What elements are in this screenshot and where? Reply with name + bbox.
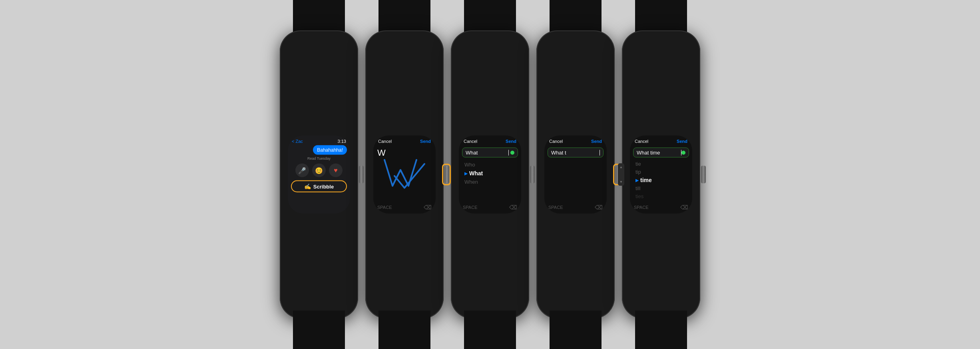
suggestion-time[interactable]: ▶ time: [635, 176, 687, 184]
green-indicator-5: [681, 150, 685, 154]
watch-2: Cancel Send W SPACE ⌫: [365, 30, 444, 319]
crown-2[interactable]: [444, 166, 449, 183]
suggestion-who[interactable]: Who: [464, 161, 516, 168]
send-button-4[interactable]: Send: [591, 139, 602, 144]
watches-container: < Zac 3:13 Bahahahha! Read Tuesday 🎤 😊: [280, 30, 700, 319]
watch-body-1: < Zac 3:13 Bahahahha! Read Tuesday 🎤 😊: [280, 30, 358, 319]
band-bottom-4: [550, 311, 602, 349]
suggestion-ties[interactable]: ties: [635, 193, 687, 200]
space-button-3[interactable]: SPACE: [463, 205, 477, 210]
watch-body-3: Cancel Send What Who ▶ What: [451, 30, 529, 319]
cancel-button-5[interactable]: Cancel: [635, 139, 648, 144]
crown-5[interactable]: [701, 166, 706, 183]
suggestion-tie-text: tie: [635, 161, 641, 167]
input-text-5: What time: [637, 150, 681, 156]
scribble-label: Scribble: [313, 183, 334, 189]
watch-3: Cancel Send What Who ▶ What: [451, 30, 529, 319]
scribble-drawing: [380, 152, 428, 196]
read-receipt: Read Tuesday: [307, 156, 331, 160]
suggestion-till-text: till: [635, 185, 640, 191]
suggestion-ties-text: ties: [635, 193, 643, 199]
text-cursor-4: [600, 150, 600, 155]
message-bubble: Bahahahha!: [313, 145, 347, 155]
space-button-4[interactable]: SPACE: [548, 205, 563, 210]
crown-3[interactable]: [530, 166, 535, 183]
cancel-button-4[interactable]: Cancel: [549, 139, 563, 144]
crown-1[interactable]: [359, 166, 364, 183]
watch-4: ▲ ▼ Cancel Send What t SPACE ⌫: [536, 30, 615, 319]
scroll-up-icon: ▲: [619, 165, 623, 169]
message-area: Bahahahha! Read Tuesday 🎤 😊 ♥: [288, 145, 350, 214]
suggestions-5: tie tip ▶ time till ties: [630, 158, 692, 203]
send-button-3[interactable]: Send: [506, 139, 516, 144]
emoji-button[interactable]: 😊: [312, 164, 326, 177]
back-button[interactable]: < Zac: [292, 139, 303, 144]
cancel-button-3[interactable]: Cancel: [464, 139, 477, 144]
delete-button-5[interactable]: ⌫: [680, 204, 688, 211]
input-text-4: What t: [551, 150, 599, 156]
input-bar-4[interactable]: What t: [548, 148, 604, 158]
typed-letter: W: [377, 148, 386, 158]
empty-drawing-area-4: [544, 158, 607, 203]
send-button-2[interactable]: Send: [420, 139, 431, 144]
suggestion-arrow: ▶: [464, 171, 468, 175]
scroll-indicator[interactable]: ▲ ▼: [618, 163, 624, 186]
watch-screen-4: Cancel Send What t SPACE ⌫: [544, 136, 607, 214]
mic-button[interactable]: 🎤: [295, 164, 309, 177]
suggestion-when[interactable]: When: [464, 178, 516, 186]
action-buttons: 🎤 😊 ♥: [295, 164, 343, 177]
green-indicator-3: [510, 150, 514, 154]
mic-icon: 🎤: [298, 166, 306, 174]
watch-screen-2: Cancel Send W SPACE ⌫: [373, 136, 436, 214]
messages-header: < Zac 3:13: [288, 136, 350, 145]
watch-screen-1: < Zac 3:13 Bahahahha! Read Tuesday 🎤 😊: [288, 136, 350, 214]
suggestion-till[interactable]: till: [635, 185, 687, 192]
nav-bar-2: Cancel Send: [373, 136, 436, 145]
space-button-2[interactable]: SPACE: [377, 205, 392, 210]
time-display: 3:13: [338, 139, 346, 144]
emoji-icon: 😊: [315, 166, 323, 174]
band-bottom-5: [635, 311, 687, 349]
space-button-5[interactable]: SPACE: [634, 205, 648, 210]
heart-button[interactable]: ♥: [329, 164, 343, 177]
scroll-down-icon: ▼: [619, 180, 623, 184]
watch-body-2: Cancel Send W SPACE ⌫: [365, 30, 444, 319]
suggestion-tip[interactable]: tip: [635, 168, 687, 176]
suggestion-time-arrow: ▶: [635, 178, 639, 182]
footer-2: SPACE ⌫: [373, 203, 436, 214]
band-bottom-2: [378, 311, 430, 349]
suggestion-when-text: When: [464, 179, 478, 185]
scribble-icon: ✍️: [304, 183, 311, 190]
footer-3: SPACE ⌫: [459, 203, 521, 214]
watch-1: < Zac 3:13 Bahahahha! Read Tuesday 🎤 😊: [280, 30, 358, 319]
footer-4: SPACE ⌫: [544, 203, 607, 214]
scribble-button[interactable]: ✍️ Scribble: [291, 181, 347, 193]
watch-5: Cancel Send What time tie tip ▶: [622, 30, 700, 319]
suggestion-what[interactable]: ▶ What: [464, 169, 516, 177]
heart-icon: ♥: [334, 167, 338, 174]
text-cursor-3: [508, 150, 509, 155]
nav-bar-4: Cancel Send: [544, 136, 607, 145]
suggestion-who-text: Who: [464, 162, 475, 168]
suggestion-tie[interactable]: tie: [635, 160, 687, 168]
watch-body-4: ▲ ▼ Cancel Send What t SPACE ⌫: [536, 30, 615, 319]
suggestion-what-text: What: [469, 170, 483, 177]
suggestions-3: Who ▶ What When: [459, 158, 521, 203]
footer-5: SPACE ⌫: [630, 203, 692, 214]
delete-button-2[interactable]: ⌫: [424, 204, 432, 211]
suggestion-tip-text: tip: [635, 169, 641, 175]
send-button-5[interactable]: Send: [677, 139, 687, 144]
input-bar-3[interactable]: What: [462, 148, 518, 158]
input-text-3: What: [466, 150, 508, 156]
input-bar-5[interactable]: What time: [633, 148, 689, 158]
drawing-area[interactable]: W: [373, 145, 436, 203]
nav-bar-5: Cancel Send: [630, 136, 692, 145]
suggestion-time-text: time: [640, 177, 652, 183]
band-bottom-3: [464, 311, 516, 349]
delete-button-3[interactable]: ⌫: [509, 204, 517, 211]
cancel-button-2[interactable]: Cancel: [378, 139, 392, 144]
band-bottom-1: [293, 311, 345, 349]
watch-body-5: Cancel Send What time tie tip ▶: [622, 30, 700, 319]
delete-button-4[interactable]: ⌫: [595, 204, 603, 211]
nav-bar-3: Cancel Send: [459, 136, 521, 145]
